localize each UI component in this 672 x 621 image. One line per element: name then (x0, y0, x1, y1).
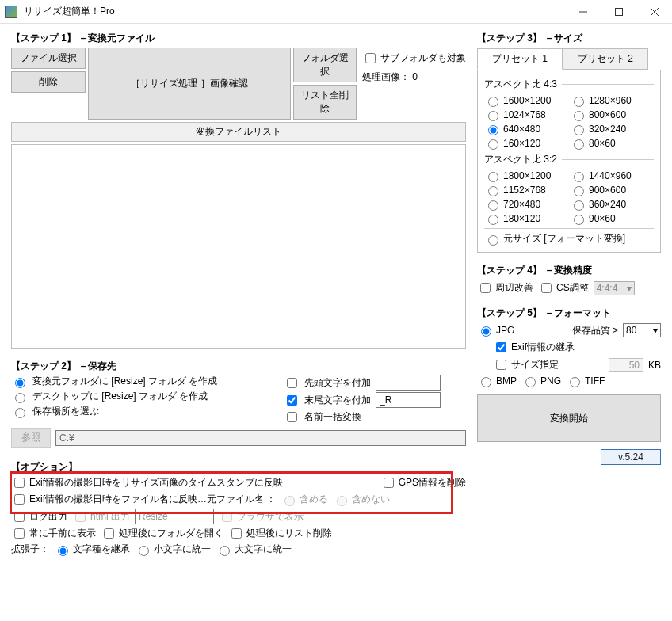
svg-rect-1 (615, 8, 622, 15)
exif-filename-checkbox[interactable]: Exif情報の撮影日時をファイル名に反映…元ファイル名 ： (11, 492, 276, 507)
rename-all-checkbox[interactable]: 名前一括変換 (284, 410, 466, 425)
html-name-input[interactable] (135, 509, 214, 524)
size-360x240-radio[interactable]: 360×240 (570, 198, 654, 211)
step3-heading: 【ステップ 3】 －サイズ (477, 32, 661, 45)
size-80x60-radio[interactable]: 80×60 (570, 137, 654, 150)
size-original-radio[interactable]: 元サイズ [フォーマット変換] (484, 232, 654, 246)
include-radio: 含める (281, 493, 328, 506)
log-checkbox[interactable]: ログ出力 (11, 509, 67, 524)
browser-checkbox: ブラウザで表示 (219, 509, 304, 524)
tab-preset-1[interactable]: プリセット 1 (477, 48, 563, 70)
size-320x240-radio[interactable]: 320×240 (570, 123, 654, 135)
minimize-button[interactable] (565, 0, 601, 23)
open-after-checkbox[interactable]: 処理後にフォルダを開く (101, 526, 223, 541)
size-1600x1200-radio[interactable]: 1600×1200 (484, 94, 568, 107)
save-desktop-resize-radio[interactable]: デスクトップに [Resize] フォルダ を作成 (11, 390, 277, 403)
edge-improve-checkbox[interactable]: 周辺改善 (477, 280, 533, 295)
preset-panel: アスペクト比 4:3 1600×1200 1280×960 1024×768 8… (477, 70, 661, 253)
cs-adjust-checkbox[interactable]: CS調整 (538, 280, 589, 295)
size-90x60-radio[interactable]: 90×60 (570, 212, 654, 225)
delete-list-after-checkbox[interactable]: 処理後にリスト削除 (228, 526, 332, 541)
step4-heading: 【ステップ 4】 －変換精度 (477, 264, 661, 277)
maximize-button[interactable] (601, 0, 636, 23)
suffix-checkbox[interactable]: 末尾文字を付加 (284, 392, 466, 408)
size-1280x960-radio[interactable]: 1280×960 (570, 94, 654, 107)
minimize-icon (579, 8, 587, 16)
save-path-input[interactable] (55, 430, 466, 446)
process-count: 処理画像： 0 (362, 70, 466, 84)
aspect-32-label: アスペクト比 3:2 (484, 153, 557, 166)
html-checkbox: html 出力 (72, 509, 130, 524)
options-heading: 【オプション】 (11, 460, 466, 474)
format-png-radio[interactable]: PNG (521, 375, 561, 387)
size-800x600-radio[interactable]: 800×600 (570, 109, 654, 121)
start-convert-button[interactable]: 変換開始 (477, 394, 661, 442)
always-top-checkbox[interactable]: 常に手前に表示 (11, 526, 96, 541)
subfolder-checkbox[interactable]: サブフォルダも対象 (362, 51, 466, 66)
size-160x120-radio[interactable]: 160×120 (484, 137, 568, 150)
format-jpg-radio[interactable]: JPG (477, 324, 514, 337)
size-720x480-radio[interactable]: 720×480 (484, 198, 568, 211)
size-spec-checkbox[interactable]: サイズ指定 (493, 357, 559, 372)
folder-select-button[interactable]: フォルダ選択 (293, 48, 357, 82)
size-1800x1200-radio[interactable]: 1800×1200 (484, 170, 568, 182)
browse-button[interactable]: 参照 (11, 428, 51, 448)
size-1440x960-radio[interactable]: 1440×960 (570, 170, 654, 182)
size-900x600-radio[interactable]: 900×600 (570, 184, 654, 196)
filelist[interactable] (11, 144, 466, 349)
ext-lower-radio[interactable]: 小文字に統一 (135, 543, 211, 556)
prefix-input[interactable] (376, 375, 441, 391)
step2-heading: 【ステップ 2】 －保存先 (11, 360, 466, 373)
chevron-down-icon: ▾ (627, 283, 632, 294)
step5-heading: 【ステップ 5】 －フォーマット (477, 307, 661, 320)
close-icon (651, 8, 659, 16)
size-1152x768-radio[interactable]: 1152×768 (484, 184, 568, 196)
cs-value-dropdown[interactable]: 4:4:4▾ (594, 281, 635, 295)
save-src-resize-radio[interactable]: 変換元フォルダに [Resize] フォルダ を作成 (11, 375, 277, 388)
maximize-icon (615, 8, 623, 16)
ext-label: 拡張子： (11, 543, 49, 556)
size-1024x768-radio[interactable]: 1024×768 (484, 109, 568, 121)
close-button[interactable] (636, 0, 672, 23)
version-button[interactable]: v.5.24 (601, 449, 661, 465)
ext-upper-radio[interactable]: 大文字に統一 (216, 543, 292, 556)
window-title: リサイズ超簡単！Pro (22, 5, 565, 18)
quality-label: 保存品質 > (572, 324, 618, 337)
file-select-button[interactable]: ファイル選択 (11, 48, 86, 69)
format-tiff-radio[interactable]: TIFF (566, 375, 605, 387)
aspect-43-label: アスペクト比 4:3 (484, 78, 557, 91)
exclude-radio: 含めない (333, 493, 390, 506)
app-icon (5, 6, 17, 18)
size-unit-label: KB (648, 360, 661, 371)
list-delete-all-button[interactable]: リスト全削除 (293, 85, 357, 120)
size-spec-input[interactable]: 50 (609, 358, 643, 372)
chevron-down-icon: ▾ (653, 325, 658, 336)
step1-heading: 【ステップ 1】 －変換元ファイル (11, 32, 466, 45)
tab-preset-2[interactable]: プリセット 2 (563, 48, 648, 70)
gps-remove-checkbox[interactable]: GPS情報を削除 (380, 475, 466, 490)
resize-confirm-button[interactable]: ［リサイズ処理 ］画像確認 (88, 48, 291, 120)
exif-timestamp-checkbox[interactable]: Exif情報の撮影日時をリサイズ画像のタイムスタンプに反映 (11, 475, 283, 490)
filelist-header: 変換ファイルリスト (11, 122, 466, 142)
save-choose-radio[interactable]: 保存場所を選ぶ (11, 405, 277, 418)
subfolder-label: サブフォルダも対象 (380, 51, 466, 65)
size-180x120-radio[interactable]: 180×120 (484, 212, 568, 225)
size-640x480-radio[interactable]: 640×480 (484, 123, 568, 135)
delete-button[interactable]: 削除 (11, 71, 86, 93)
titlebar: リサイズ超簡単！Pro (0, 0, 672, 24)
exif-inherit-checkbox[interactable]: Exif情報の継承 (493, 340, 575, 355)
ext-inherit-radio[interactable]: 文字種を継承 (54, 543, 130, 556)
suffix-input[interactable] (376, 392, 441, 408)
prefix-checkbox[interactable]: 先頭文字を付加 (284, 375, 466, 391)
quality-dropdown[interactable]: 80▾ (623, 323, 661, 337)
format-bmp-radio[interactable]: BMP (477, 375, 517, 387)
